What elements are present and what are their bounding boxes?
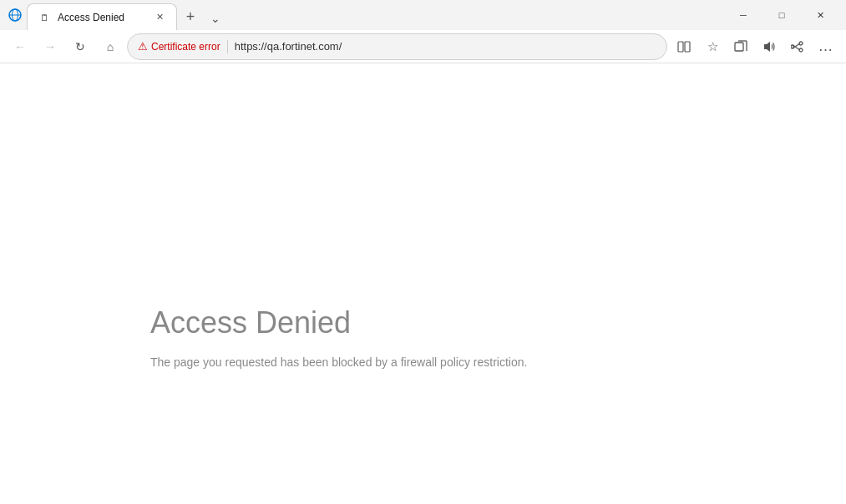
title-bar: 🗒 Access Denied ✕ + ⌄ ─ □ ✕ xyxy=(0,0,846,30)
page-description: The page you requested has been blocked … xyxy=(150,354,527,371)
browser-icon xyxy=(7,7,23,23)
tab-strip: 🗒 Access Denied ✕ + ⌄ xyxy=(27,0,721,30)
read-aloud-button[interactable] xyxy=(756,33,783,60)
cert-error-icon: ⚠ xyxy=(138,40,148,53)
svg-rect-5 xyxy=(735,43,743,51)
refresh-button[interactable]: ↻ xyxy=(67,33,94,60)
window-controls: ─ □ ✕ xyxy=(724,2,839,28)
address-divider xyxy=(227,40,228,53)
cert-error-label: Certificate error xyxy=(151,41,220,53)
cert-error-indicator: ⚠ Certificate error xyxy=(138,40,220,53)
minimize-button[interactable]: ─ xyxy=(724,2,762,28)
tab-favicon: 🗒 xyxy=(38,11,51,24)
maximize-button[interactable]: □ xyxy=(762,2,801,28)
svg-rect-3 xyxy=(678,42,683,52)
address-bar[interactable]: ⚠ Certificate error https://qa.fortinet.… xyxy=(127,33,667,60)
favorites-button[interactable]: ☆ xyxy=(699,33,726,60)
new-tab-button[interactable]: + xyxy=(177,3,204,30)
svg-point-9 xyxy=(799,48,803,52)
page-content: Access Denied The page you requested has… xyxy=(0,305,527,371)
close-button[interactable]: ✕ xyxy=(801,2,839,28)
nav-bar: ← → ↻ ⌂ ⚠ Certificate error https://qa.f… xyxy=(0,30,846,63)
share-button[interactable] xyxy=(784,33,811,60)
svg-point-8 xyxy=(799,42,803,45)
nav-tools: ☆ … xyxy=(671,33,839,60)
title-bar-left xyxy=(7,7,23,23)
url-display: https://qa.fortinet.com/ xyxy=(235,40,656,53)
active-tab[interactable]: 🗒 Access Denied ✕ xyxy=(27,3,177,30)
split-view-button[interactable] xyxy=(671,33,697,60)
tab-close-button[interactable]: ✕ xyxy=(153,11,166,24)
content-area: Access Denied The page you requested has… xyxy=(0,63,846,504)
tab-title: Access Denied xyxy=(58,12,146,23)
back-button[interactable]: ← xyxy=(7,33,33,60)
forward-button[interactable]: → xyxy=(37,33,63,60)
collections-button[interactable] xyxy=(727,33,754,60)
more-options-button[interactable]: … xyxy=(813,33,839,60)
home-button[interactable]: ⌂ xyxy=(97,33,124,60)
tab-dropdown-button[interactable]: ⌄ xyxy=(204,7,227,30)
svg-rect-4 xyxy=(685,42,690,52)
page-title: Access Denied xyxy=(150,305,527,340)
